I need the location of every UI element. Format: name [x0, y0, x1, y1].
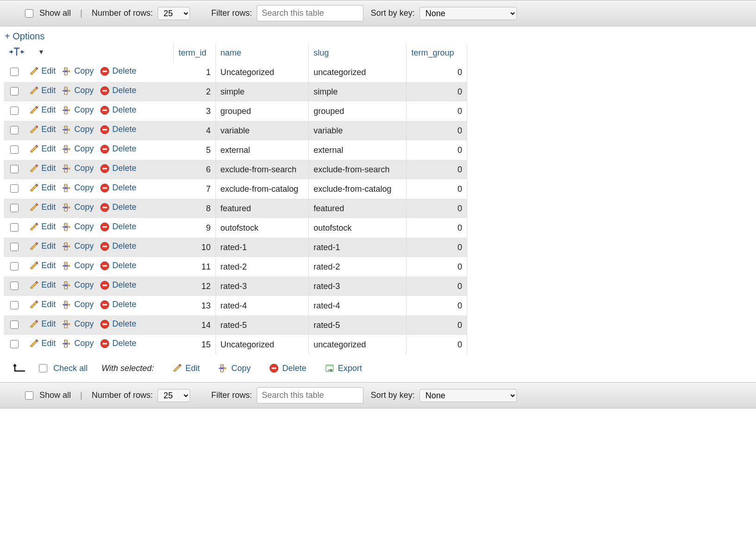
separator-bottom: |	[80, 390, 83, 400]
row-copy[interactable]: Copy	[62, 300, 94, 309]
row-delete[interactable]: Delete	[100, 319, 136, 329]
bulk-edit[interactable]: Edit	[172, 364, 200, 373]
row-delete[interactable]: Delete	[100, 144, 136, 154]
show-all-label: Show all	[39, 8, 71, 18]
row-checkbox[interactable]	[10, 243, 19, 251]
row-copy[interactable]: Copy	[62, 144, 94, 154]
row-delete[interactable]: Delete	[100, 163, 136, 173]
row-edit[interactable]: Edit	[29, 222, 56, 232]
row-checkbox[interactable]	[10, 145, 19, 154]
row-checkbox[interactable]	[10, 107, 19, 115]
row-delete[interactable]: Delete	[100, 86, 136, 95]
col-name[interactable]: name	[216, 44, 309, 63]
filter-input-bottom[interactable]	[257, 387, 363, 403]
delete-icon	[100, 125, 109, 134]
row-checkbox[interactable]	[10, 126, 19, 134]
options-toggle[interactable]: + Options	[0, 26, 756, 44]
row-checkbox[interactable]	[10, 165, 19, 173]
row-edit[interactable]: Edit	[29, 66, 56, 76]
row-copy[interactable]: Copy	[62, 125, 94, 134]
sort-select-bottom[interactable]: None	[419, 389, 517, 402]
row-delete[interactable]: Delete	[100, 202, 136, 212]
cell-term-group: 0	[407, 199, 467, 218]
row-copy-label: Copy	[74, 163, 94, 173]
delete-icon	[100, 164, 109, 173]
num-rows-select[interactable]: 25	[158, 7, 190, 20]
row-edit[interactable]: Edit	[29, 300, 56, 309]
actions-header: ▼	[4, 44, 174, 63]
bulk-export[interactable]: Export	[325, 364, 362, 373]
row-delete[interactable]: Delete	[100, 183, 136, 193]
row-copy-label: Copy	[74, 144, 94, 154]
row-copy[interactable]: Copy	[62, 339, 94, 348]
bulk-copy[interactable]: Copy	[218, 364, 251, 373]
row-copy[interactable]: Copy	[62, 280, 94, 290]
row-copy[interactable]: Copy	[62, 66, 94, 76]
col-term-id[interactable]: term_id	[174, 44, 216, 63]
row-delete[interactable]: Delete	[100, 300, 136, 309]
row-delete[interactable]: Delete	[100, 105, 136, 115]
row-checkbox[interactable]	[10, 68, 19, 76]
row-checkbox[interactable]	[10, 282, 19, 290]
row-delete[interactable]: Delete	[100, 241, 136, 251]
row-copy[interactable]: Copy	[62, 86, 94, 95]
row-checkbox[interactable]	[10, 262, 19, 270]
row-checkbox[interactable]	[10, 340, 19, 348]
row-checkbox[interactable]	[10, 184, 19, 193]
cell-term-id: 9	[174, 218, 216, 238]
row-copy[interactable]: Copy	[62, 202, 94, 212]
row-edit[interactable]: Edit	[29, 202, 56, 212]
cell-name: rated-2	[216, 257, 309, 277]
row-delete[interactable]: Delete	[100, 280, 136, 290]
copy-icon	[62, 67, 71, 76]
row-edit[interactable]: Edit	[29, 339, 56, 348]
show-all-checkbox[interactable]	[25, 9, 33, 18]
row-copy[interactable]: Copy	[62, 183, 94, 193]
row-edit[interactable]: Edit	[29, 261, 56, 270]
row-delete[interactable]: Delete	[100, 66, 136, 76]
row-copy[interactable]: Copy	[62, 319, 94, 329]
row-edit[interactable]: Edit	[29, 105, 56, 115]
row-checkbox[interactable]	[10, 204, 19, 212]
col-slug[interactable]: slug	[309, 44, 407, 63]
col-name-link[interactable]: name	[221, 48, 241, 57]
check-all-link[interactable]: Check all	[53, 364, 88, 373]
filter-input[interactable]	[257, 5, 363, 21]
row-delete[interactable]: Delete	[100, 125, 136, 134]
col-term-group[interactable]: term_group	[407, 44, 467, 63]
row-checkbox[interactable]	[10, 87, 19, 95]
fulltext-toggle-icon[interactable]	[8, 47, 33, 57]
row-edit[interactable]: Edit	[29, 319, 56, 329]
row-copy[interactable]: Copy	[62, 163, 94, 173]
col-slug-link[interactable]: slug	[313, 48, 329, 57]
row-delete[interactable]: Delete	[100, 222, 136, 232]
sort-indicator-icon[interactable]: ▼	[38, 48, 44, 56]
row-edit[interactable]: Edit	[29, 163, 56, 173]
check-all-checkbox[interactable]	[39, 364, 47, 372]
row-copy[interactable]: Copy	[62, 241, 94, 251]
col-term-group-link[interactable]: term_group	[411, 48, 454, 57]
row-checkbox[interactable]	[10, 301, 19, 309]
row-checkbox-cell	[4, 218, 25, 238]
row-delete-label: Delete	[112, 125, 136, 134]
row-edit[interactable]: Edit	[29, 125, 56, 134]
row-checkbox[interactable]	[10, 321, 19, 329]
row-edit[interactable]: Edit	[29, 183, 56, 193]
row-edit[interactable]: Edit	[29, 241, 56, 251]
num-rows-select-bottom[interactable]: 25	[158, 389, 190, 402]
row-edit[interactable]: Edit	[29, 144, 56, 154]
show-all-checkbox-bottom[interactable]	[25, 391, 33, 400]
row-copy[interactable]: Copy	[62, 105, 94, 115]
row-checkbox[interactable]	[10, 223, 19, 232]
cell-term-group: 0	[407, 257, 467, 277]
row-edit[interactable]: Edit	[29, 86, 56, 95]
row-copy[interactable]: Copy	[62, 261, 94, 270]
sort-select[interactable]: None	[419, 7, 517, 20]
row-delete[interactable]: Delete	[100, 339, 136, 348]
row-delete[interactable]: Delete	[100, 261, 136, 270]
cell-name: rated-1	[216, 238, 309, 257]
row-edit[interactable]: Edit	[29, 280, 56, 290]
row-copy[interactable]: Copy	[62, 222, 94, 232]
col-term-id-link[interactable]: term_id	[178, 48, 206, 57]
bulk-delete[interactable]: Delete	[269, 364, 306, 373]
